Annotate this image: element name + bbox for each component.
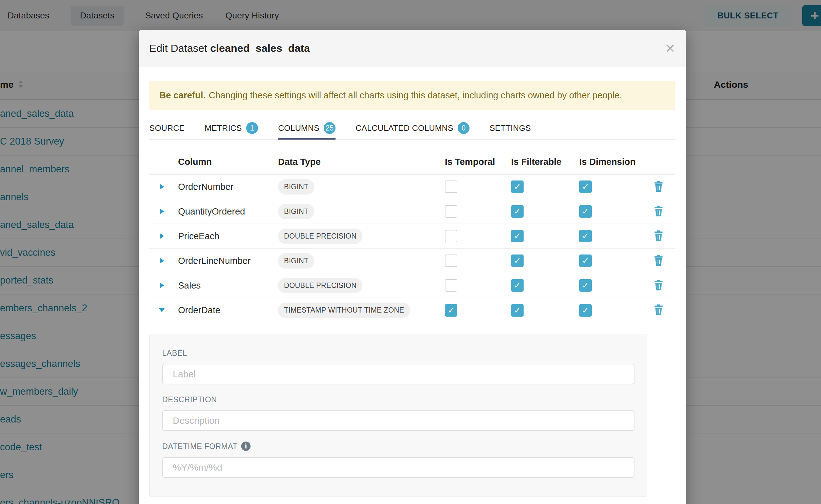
column-row-ordernumber: OrderNumber BIGINT ✓ ✓ ✓	[149, 175, 675, 199]
trash-icon	[653, 279, 664, 291]
trash-icon	[653, 304, 664, 316]
is-dimension-checkbox[interactable]: ✓	[579, 230, 592, 242]
warning-banner: Be careful. Changing these settings will…	[149, 81, 675, 110]
is-filterable-checkbox[interactable]: ✓	[511, 205, 524, 218]
column-name: OrderLineNumber	[174, 256, 278, 266]
is-filterable-checkbox[interactable]: ✓	[511, 304, 524, 317]
is-dimension-checkbox[interactable]: ✓	[579, 180, 592, 193]
label-input[interactable]	[162, 364, 635, 384]
datetime-format-input[interactable]	[162, 457, 635, 478]
description-input[interactable]	[162, 410, 635, 431]
is-dimension-header: Is Dimension	[579, 157, 642, 167]
trash-icon	[653, 205, 664, 217]
check-icon: ✓	[582, 305, 589, 315]
column-row-sales: Sales DOUBLE PRECISION ✓ ✓ ✓	[149, 273, 675, 298]
trash-icon	[653, 254, 664, 266]
is-dimension-checkbox[interactable]: ✓	[579, 205, 592, 218]
tab-label: CALCULATED COLUMNS	[355, 123, 453, 133]
tab-label: SETTINGS	[490, 123, 531, 133]
expand-caret-icon[interactable]	[149, 184, 174, 190]
column-name: PriceEach	[174, 231, 278, 241]
info-icon[interactable]: i	[241, 442, 250, 451]
label-field-label: LABEL	[162, 348, 635, 358]
edit-dataset-modal: Edit Dataset cleaned_sales_data ✕ Be car…	[139, 30, 686, 504]
tab-source[interactable]: SOURCE	[149, 119, 185, 139]
column-name: QuantityOrdered	[174, 206, 278, 217]
is-dimension-checkbox[interactable]: ✓	[579, 304, 592, 317]
check-icon: ✓	[514, 280, 521, 290]
check-icon: ✓	[582, 280, 589, 290]
is-filterable-checkbox[interactable]: ✓	[511, 279, 524, 292]
is-temporal-checkbox[interactable]: ✓	[445, 180, 458, 193]
data-type-pill: TIMESTAMP WITHOUT TIME ZONE	[278, 303, 410, 318]
modal-tabs: SOURCE METRICS 1 COLUMNS 25 CALCULATED C…	[149, 119, 675, 140]
is-dimension-checkbox[interactable]: ✓	[579, 279, 592, 292]
is-filterable-checkbox[interactable]: ✓	[511, 180, 524, 193]
is-temporal-checkbox[interactable]: ✓	[445, 304, 458, 317]
expand-caret-icon[interactable]	[149, 233, 174, 239]
column-row-orderdate: OrderDate TIMESTAMP WITHOUT TIME ZONE ✓ …	[149, 298, 675, 323]
close-icon[interactable]: ✕	[665, 42, 675, 55]
column-header: Column	[174, 157, 278, 167]
trash-icon	[653, 180, 664, 192]
is-temporal-checkbox[interactable]: ✓	[445, 254, 458, 267]
delete-column-button[interactable]	[653, 254, 664, 267]
expand-caret-icon[interactable]	[149, 209, 174, 214]
column-name: OrderNumber	[174, 182, 278, 192]
is-filterable-checkbox[interactable]: ✓	[511, 230, 524, 242]
tab-calculated-columns[interactable]: CALCULATED COLUMNS 0	[355, 119, 470, 139]
data-type-header: Data Type	[278, 157, 445, 167]
column-row-orderlinenumber: OrderLineNumber BIGINT ✓ ✓ ✓	[149, 249, 675, 273]
check-icon: ✓	[582, 182, 589, 192]
column-row-quantityordered: QuantityOrdered BIGINT ✓ ✓ ✓	[149, 199, 675, 224]
column-name: OrderDate	[174, 305, 278, 315]
column-row-priceeach: PriceEach DOUBLE PRECISION ✓ ✓ ✓	[149, 224, 675, 249]
delete-column-button[interactable]	[653, 180, 664, 193]
tab-label: COLUMNS	[278, 123, 319, 133]
modal-title: Edit Dataset cleaned_sales_data	[149, 42, 310, 54]
is-temporal-header: Is Temporal	[445, 157, 511, 167]
delete-column-button[interactable]	[653, 205, 664, 218]
delete-column-button[interactable]	[653, 304, 664, 317]
tab-settings[interactable]: SETTINGS	[490, 119, 531, 139]
check-icon: ✓	[448, 305, 455, 315]
modal-title-dataset-name: cleaned_sales_data	[210, 42, 310, 54]
delete-column-button[interactable]	[653, 230, 664, 243]
is-dimension-checkbox[interactable]: ✓	[579, 254, 592, 267]
delete-column-button[interactable]	[653, 279, 664, 292]
is-temporal-checkbox[interactable]: ✓	[445, 230, 458, 242]
expand-caret-icon[interactable]	[149, 283, 174, 288]
metrics-count-badge: 1	[246, 122, 258, 134]
check-icon: ✓	[514, 182, 521, 192]
tab-label: SOURCE	[149, 123, 185, 133]
tab-columns[interactable]: COLUMNS 25	[278, 119, 335, 139]
column-detail-panel: LABEL DESCRIPTION DATETIME FORMAT i	[149, 334, 647, 497]
expand-caret-icon[interactable]	[149, 258, 174, 264]
check-icon: ✓	[582, 206, 589, 216]
description-field-label: DESCRIPTION	[162, 395, 635, 404]
column-name: Sales	[174, 280, 278, 291]
columns-table: Column Data Type Is Temporal Is Filterab…	[149, 150, 675, 323]
check-icon: ✓	[514, 305, 521, 315]
check-icon: ✓	[582, 231, 589, 241]
is-filterable-header: Is Filterable	[511, 157, 579, 167]
collapse-caret-icon[interactable]	[149, 308, 174, 312]
check-icon: ✓	[582, 256, 589, 266]
modal-header: Edit Dataset cleaned_sales_data ✕	[139, 30, 686, 67]
is-temporal-checkbox[interactable]: ✓	[445, 279, 458, 292]
tab-label: METRICS	[205, 123, 242, 133]
warning-text: Changing these settings will affect all …	[209, 90, 622, 101]
warning-bold-text: Be careful.	[159, 90, 205, 101]
check-icon: ✓	[514, 231, 521, 241]
columns-count-badge: 25	[324, 122, 335, 134]
is-temporal-checkbox[interactable]: ✓	[445, 205, 458, 218]
calculated-columns-count-badge: 0	[458, 122, 470, 134]
data-type-pill: BIGINT	[278, 253, 314, 269]
is-filterable-checkbox[interactable]: ✓	[511, 254, 524, 267]
datetime-format-field-label: DATETIME FORMAT i	[162, 442, 635, 451]
data-type-pill: DOUBLE PRECISION	[278, 278, 362, 293]
trash-icon	[653, 230, 664, 242]
modal-body: Be careful. Changing these settings will…	[139, 67, 686, 497]
tab-metrics[interactable]: METRICS 1	[205, 119, 258, 139]
data-type-pill: DOUBLE PRECISION	[278, 229, 362, 244]
